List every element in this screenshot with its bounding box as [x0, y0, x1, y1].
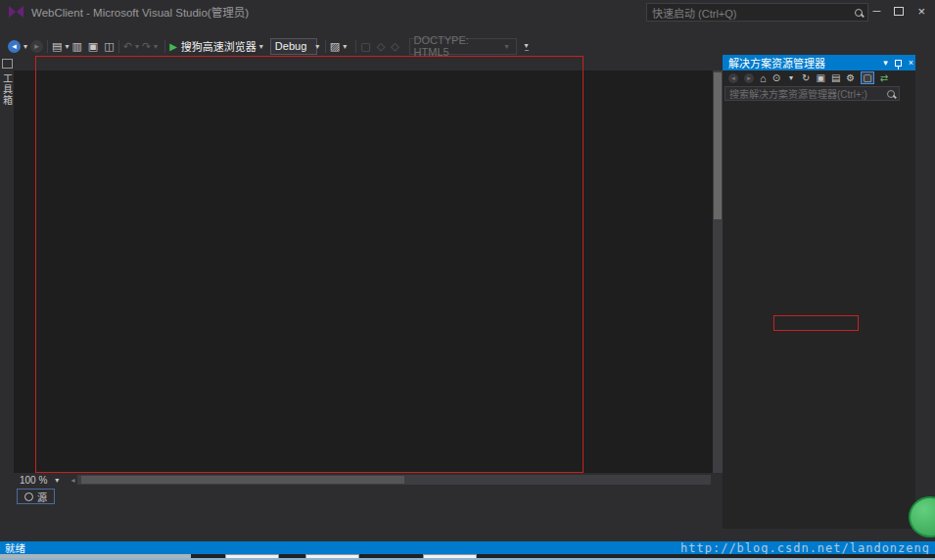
- document-outline-icon[interactable]: ▢: [360, 40, 370, 53]
- browser-dropdown-icon[interactable]: ▾: [259, 42, 263, 51]
- doctype-dropdown: DOCTYPE: HTML5▾: [409, 38, 517, 55]
- panel-close-icon[interactable]: ×: [909, 58, 913, 68]
- undo-dropdown-icon[interactable]: ▾: [135, 42, 139, 51]
- right-autohide-strip: [915, 55, 935, 529]
- solution-explorer-titlebar[interactable]: 解决方案资源管理器 ▾ ×: [723, 55, 915, 70]
- left-autohide-strip: 工具箱: [0, 55, 14, 533]
- back-dropdown-icon[interactable]: ▾: [23, 42, 27, 51]
- quick-launch-input[interactable]: 快速启动 (Ctrl+Q): [646, 3, 868, 22]
- tree-search-icon[interactable]: [887, 90, 895, 98]
- scroll-left-icon[interactable]: ◂: [70, 476, 74, 485]
- start-debug-icon[interactable]: ▶: [169, 41, 177, 52]
- quick-launch-placeholder: 快速启动 (Ctrl+Q): [652, 5, 736, 21]
- panel-forward-icon[interactable]: ▸: [744, 73, 754, 83]
- home-icon[interactable]: ⌂: [760, 72, 767, 84]
- view-switch-row: 源: [14, 488, 723, 505]
- window-title: WebClient - Microsoft Visual Studio(管理员): [31, 4, 249, 20]
- refresh-icon[interactable]: ↻: [802, 72, 810, 83]
- redo-icon[interactable]: ↷: [142, 40, 151, 53]
- window-position-icon[interactable]: ▾: [883, 58, 888, 68]
- window-controls: ─ ×: [873, 0, 933, 22]
- solution-search-input[interactable]: 搜索解决方案资源管理器(Ctrl+;): [725, 86, 900, 101]
- main-toolbar: ◂ ▾ ▸ ▤ ▾ ▥ ▣ ◫ ↶ ▾ ↷ ▾ ▶ 搜狗高速浏览器 ▾ Debu…: [0, 37, 935, 55]
- editor-tab-row: [14, 55, 723, 70]
- code-editor[interactable]: [14, 70, 713, 473]
- bottom-panel-tabs: [0, 529, 935, 541]
- nav-bar-icon[interactable]: ◇: [377, 40, 385, 53]
- search-placeholder: 搜索解决方案资源管理器(Ctrl+;): [729, 86, 867, 101]
- sync-active-document-icon[interactable]: ⇄: [880, 72, 888, 83]
- redo-dropdown-icon[interactable]: ▾: [154, 42, 158, 51]
- auto-hide-pin-icon[interactable]: [895, 60, 902, 67]
- search-icon[interactable]: [855, 9, 863, 17]
- toolbar-overflow-icon[interactable]: ▾: [525, 41, 529, 51]
- hscroll-thumb[interactable]: [81, 476, 404, 484]
- panel-title: 解决方案资源管理器: [728, 55, 825, 70]
- save-all-icon[interactable]: ◫: [104, 40, 114, 53]
- preview-icon[interactable]: ▤: [831, 72, 840, 83]
- watermark-url: http://blog.csdn.net/landonzeng: [680, 541, 930, 555]
- close-button[interactable]: ×: [917, 4, 925, 19]
- solution-explorer-toolbar: ◂ ▸ ⌂ ⊙ ▾ ↻ ▣ ▤ ⚙ ▢ ⇄: [723, 70, 915, 85]
- taskbar-sliver: [0, 554, 935, 560]
- minimize-button[interactable]: ─: [873, 5, 881, 17]
- wrench-icon[interactable]: ⚙: [846, 72, 855, 83]
- attach-icon[interactable]: ▨: [330, 40, 340, 53]
- scrollbar-thumb[interactable]: [714, 72, 722, 219]
- editor-bottom-bar: 100 %▾ ◂: [14, 473, 723, 487]
- zoom-dropdown-icon: ▾: [55, 476, 59, 485]
- title-bar: WebClient - Microsoft Visual Studio(管理员)…: [0, 0, 935, 23]
- zoom-level-dropdown[interactable]: 100 %▾: [14, 475, 68, 486]
- maximize-button[interactable]: [894, 7, 904, 16]
- source-view-icon: [24, 492, 33, 501]
- editor-vertical-scrollbar[interactable]: [713, 70, 723, 473]
- status-text: 就绪: [5, 540, 25, 555]
- solution-config-dropdown[interactable]: Debug▾: [270, 38, 317, 55]
- status-bar: 就绪 http://blog.csdn.net/landonzeng: [0, 541, 935, 554]
- solution-tree: [723, 104, 915, 529]
- new-file-icon[interactable]: ▤: [52, 40, 62, 53]
- browser-button[interactable]: 搜狗高速浏览器: [181, 38, 257, 54]
- format-icon[interactable]: ◇: [391, 40, 398, 53]
- toolbox-tab[interactable]: 工具箱: [0, 73, 15, 106]
- navigate-forward-icon[interactable]: ▸: [30, 40, 43, 53]
- editor-horizontal-scrollbar[interactable]: [77, 475, 711, 485]
- navigate-back-icon[interactable]: ◂: [8, 40, 21, 53]
- solution-explorer: 解决方案资源管理器 ▾ × ◂ ▸ ⌂ ⊙ ▾ ↻ ▣ ▤ ⚙ ▢ ⇄ 搜索解决…: [723, 55, 915, 529]
- save-icon[interactable]: ▣: [88, 40, 98, 53]
- server-explorer-icon: [2, 59, 13, 69]
- open-file-icon[interactable]: ▥: [71, 40, 81, 53]
- properties-window-icon[interactable]: ▣: [816, 72, 824, 83]
- source-view-tab[interactable]: 源: [17, 489, 55, 504]
- undo-icon[interactable]: ↶: [123, 40, 132, 53]
- panel-back-icon[interactable]: ◂: [728, 73, 738, 83]
- new-file-dropdown-icon[interactable]: ▾: [65, 42, 69, 51]
- vs-logo-icon: [9, 6, 23, 19]
- show-all-files-icon[interactable]: ▢: [861, 71, 873, 84]
- vs-window: WebClient - Microsoft Visual Studio(管理员)…: [0, 0, 935, 560]
- attach-dropdown-icon[interactable]: ▾: [343, 42, 347, 51]
- collapse-all-icon[interactable]: ⊙: [772, 72, 780, 83]
